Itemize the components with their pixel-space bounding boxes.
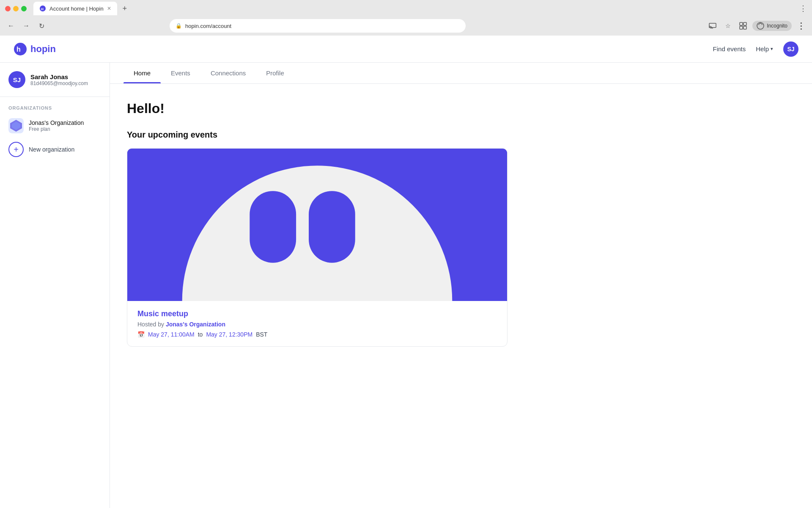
- svg-text:h: h: [16, 46, 21, 53]
- incognito-label: Incognito: [767, 23, 787, 29]
- sidebar-user[interactable]: SJ Sarah Jonas 81d49065@moodjoy.com: [0, 63, 110, 97]
- event-image: [127, 149, 507, 301]
- new-org-label: New organization: [29, 146, 74, 153]
- plus-icon: +: [8, 142, 24, 157]
- hopin-logo-icon: h: [14, 42, 27, 56]
- browser-tab[interactable]: H Account home | Hopin ✕: [33, 2, 117, 15]
- header-nav: Find events Help ▾ SJ: [713, 41, 798, 57]
- event-details: Music meetup Hosted by Jonas's Organizat…: [127, 301, 507, 346]
- tab-profile[interactable]: Profile: [256, 63, 294, 83]
- tab-events-label: Events: [171, 69, 190, 77]
- org-link[interactable]: Jonas's Organization: [166, 321, 225, 328]
- org-name: Jonas's Organization: [29, 119, 84, 126]
- cast-icon[interactable]: [707, 20, 719, 32]
- bookmark-icon[interactable]: ☆: [722, 20, 734, 32]
- reload-button[interactable]: ↻: [36, 20, 47, 32]
- browser-chrome: H Account home | Hopin ✕ + ⋮ ← → ↻ 🔒 hop…: [0, 0, 812, 36]
- svg-rect-2: [709, 23, 716, 28]
- forward-button[interactable]: →: [20, 20, 32, 32]
- close-dot[interactable]: [5, 6, 11, 11]
- sidebar-user-info: Sarah Jonas 81d49065@moodjoy.com: [30, 73, 88, 86]
- org-info: Jonas's Organization Free plan: [29, 119, 84, 132]
- upcoming-events-title: Your upcoming events: [127, 130, 795, 140]
- browser-dots: [5, 6, 27, 11]
- event-date-end[interactable]: May 27, 12:30PM: [206, 331, 252, 338]
- new-organization-button[interactable]: + New organization: [0, 138, 110, 161]
- browser-titlebar: H Account home | Hopin ✕ + ⋮: [0, 0, 812, 17]
- svg-rect-4: [743, 22, 746, 25]
- tab-title: Account home | Hopin: [49, 6, 104, 12]
- tab-events[interactable]: Events: [161, 63, 200, 83]
- date-to-label: to: [198, 331, 203, 338]
- header-avatar[interactable]: SJ: [783, 41, 798, 57]
- sidebar-section-label: ORGANIZATIONS: [0, 97, 110, 114]
- svg-rect-16: [309, 191, 355, 263]
- new-tab-button[interactable]: +: [119, 3, 131, 14]
- app-header: h hopin Find events Help ▾ SJ: [0, 36, 812, 63]
- find-events-link[interactable]: Find events: [713, 45, 746, 52]
- chevron-down-icon: ▾: [771, 46, 773, 52]
- hosted-by-label: Hosted by: [137, 321, 164, 328]
- tab-connections-label: Connections: [211, 69, 246, 77]
- browser-nav: ← → ↻ 🔒 hopin.com/account ☆ Incognito ⋮: [0, 17, 812, 36]
- org-plan: Free plan: [29, 126, 84, 132]
- minimize-dot[interactable]: [13, 6, 19, 11]
- browser-menu-dots[interactable]: ⋮: [795, 20, 807, 32]
- address-bar[interactable]: 🔒 hopin.com/account: [170, 19, 466, 33]
- event-date-start[interactable]: May 27, 11:00AM: [148, 331, 195, 338]
- incognito-badge: Incognito: [752, 21, 792, 31]
- app: h hopin Find events Help ▾ SJ SJ Sarah J…: [0, 36, 812, 508]
- sidebar-avatar: SJ: [8, 71, 25, 88]
- event-title[interactable]: Music meetup: [137, 309, 497, 318]
- browser-menu-icon[interactable]: ⋮: [799, 4, 807, 13]
- help-button[interactable]: Help ▾: [756, 45, 773, 52]
- event-date: 📅 May 27, 11:00AM to May 27, 12:30PM BST: [137, 331, 497, 338]
- tab-connections[interactable]: Connections: [200, 63, 256, 83]
- tab-home[interactable]: Home: [123, 63, 161, 83]
- back-button[interactable]: ←: [5, 20, 17, 32]
- main-content: Home Events Connections Profile Hello! Y…: [110, 63, 812, 508]
- tab-home-label: Home: [134, 69, 151, 77]
- svg-rect-15: [250, 191, 296, 263]
- tab-manager-icon[interactable]: [737, 20, 749, 32]
- sidebar: SJ Sarah Jonas 81d49065@moodjoy.com ORGA…: [0, 63, 110, 508]
- org-icon: [8, 118, 24, 133]
- calendar-icon: 📅: [137, 331, 145, 338]
- hopin-logo[interactable]: h hopin: [14, 42, 56, 56]
- sidebar-org-item[interactable]: Jonas's Organization Free plan: [0, 114, 110, 138]
- event-host: Hosted by Jonas's Organization: [137, 321, 497, 328]
- svg-rect-3: [740, 22, 743, 25]
- event-timezone: BST: [256, 331, 267, 338]
- tab-close-icon[interactable]: ✕: [107, 6, 111, 11]
- sidebar-user-name: Sarah Jonas: [30, 73, 88, 80]
- url-text: hopin.com/account: [185, 23, 231, 29]
- event-banner-svg: [127, 149, 507, 301]
- main-scroll: Hello! Your upcoming events: [110, 84, 812, 508]
- tab-profile-label: Profile: [266, 69, 284, 77]
- main-tabs: Home Events Connections Profile: [110, 63, 812, 84]
- svg-rect-17: [364, 250, 414, 284]
- browser-tabs: H Account home | Hopin ✕ +: [33, 2, 417, 15]
- help-label: Help: [756, 45, 769, 52]
- svg-rect-5: [740, 26, 743, 29]
- sidebar-user-email: 81d49065@moodjoy.com: [30, 80, 88, 86]
- page-greeting: Hello!: [127, 101, 795, 116]
- tab-favicon: H: [39, 5, 46, 12]
- event-card: Music meetup Hosted by Jonas's Organizat…: [127, 148, 508, 347]
- lock-icon: 🔒: [176, 23, 182, 29]
- app-body: SJ Sarah Jonas 81d49065@moodjoy.com ORGA…: [0, 63, 812, 508]
- maximize-dot[interactable]: [21, 6, 27, 11]
- svg-rect-6: [743, 26, 746, 29]
- hopin-logo-text: hopin: [30, 44, 56, 55]
- browser-actions: ☆ Incognito ⋮: [707, 20, 807, 32]
- svg-text:H: H: [41, 7, 44, 11]
